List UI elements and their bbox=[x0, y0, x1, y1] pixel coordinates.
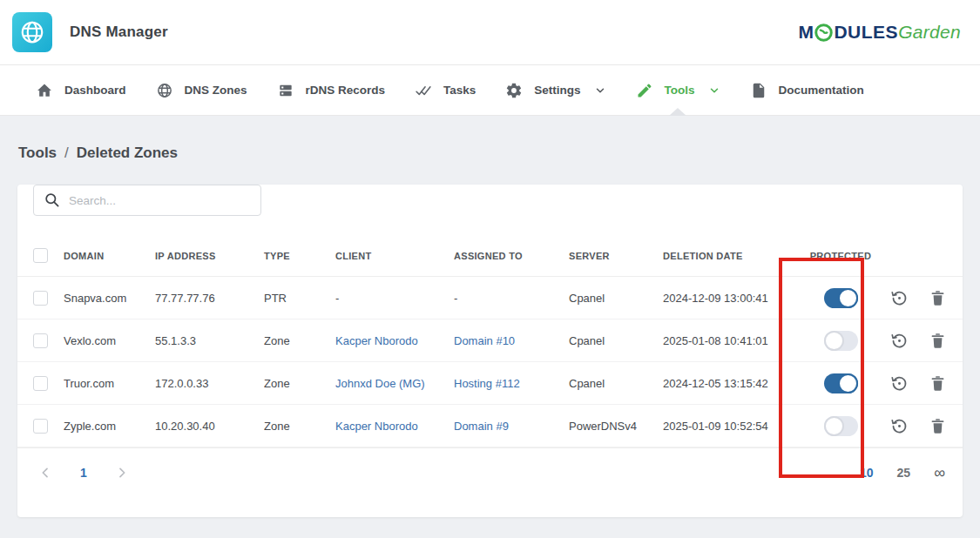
cell-deletion-date: 2025-01-08 10:41:01 bbox=[663, 334, 797, 347]
row-checkbox[interactable] bbox=[33, 291, 48, 306]
page-title: DNS Manager bbox=[70, 24, 168, 41]
cell-ip-address: 55.1.3.3 bbox=[155, 334, 264, 347]
table-row: Vexlo.com55.1.3.3ZoneKacper NborodoDomai… bbox=[17, 319, 963, 362]
cell-type: Zone bbox=[264, 420, 335, 433]
cell-type: Zone bbox=[264, 377, 335, 390]
next-page-button[interactable] bbox=[115, 466, 129, 480]
cell-server: Cpanel bbox=[569, 377, 663, 390]
cell-domain: Truor.com bbox=[64, 377, 155, 390]
cell-type: PTR bbox=[264, 292, 335, 305]
table-header-row: DOMAINIP ADDRESSTYPECLIENTASSIGNED TOSER… bbox=[17, 235, 963, 277]
delete-button[interactable] bbox=[929, 289, 947, 307]
cell-server: Cpanel bbox=[569, 334, 663, 347]
home-icon bbox=[36, 82, 53, 99]
delete-button[interactable] bbox=[929, 332, 947, 350]
row-checkbox[interactable] bbox=[33, 333, 48, 348]
nav-item-dns-zones[interactable]: DNS Zones bbox=[141, 65, 262, 115]
cell-deletion-date: 2024-12-09 13:00:41 bbox=[663, 292, 797, 305]
chevron-left-icon bbox=[38, 466, 52, 480]
tasks-icon bbox=[415, 82, 432, 99]
search-icon bbox=[44, 192, 60, 208]
cell-domain: Vexlo.com bbox=[64, 334, 155, 347]
cell-deletion-date: 2024-12-05 13:15:42 bbox=[663, 377, 797, 390]
column-header-server: SERVER bbox=[569, 251, 663, 261]
search-input[interactable] bbox=[33, 185, 261, 216]
column-header-type: TYPE bbox=[264, 251, 335, 261]
deleted-zones-card: DOMAINIP ADDRESSTYPECLIENTASSIGNED TOSER… bbox=[17, 185, 963, 517]
pagination: 1 10 25 ∞ bbox=[17, 447, 963, 496]
cell-assigned-to[interactable]: Domain #9 bbox=[454, 420, 569, 433]
breadcrumb-page: Deleted Zones bbox=[77, 145, 178, 161]
content-area: Tools/Deleted Zones DOMAINIP ADDRESSTYPE… bbox=[0, 116, 980, 517]
nav-item-settings[interactable]: Settings bbox=[490, 65, 620, 115]
page-size-all[interactable]: ∞ bbox=[934, 467, 945, 479]
globe-icon bbox=[19, 19, 45, 45]
column-header-client: CLIENT bbox=[335, 251, 454, 261]
previous-page-button[interactable] bbox=[38, 466, 52, 480]
nav-item-label: Dashboard bbox=[64, 84, 126, 97]
restore-button[interactable] bbox=[890, 332, 909, 350]
brand-text-m: M bbox=[798, 22, 814, 43]
nav-item-label: Tools bbox=[665, 84, 695, 97]
select-all-checkbox[interactable] bbox=[33, 248, 48, 263]
protected-toggle[interactable] bbox=[824, 331, 858, 351]
breadcrumb-separator: / bbox=[64, 145, 69, 161]
page-number[interactable]: 1 bbox=[80, 466, 87, 480]
cell-domain: Snapva.com bbox=[64, 292, 155, 305]
breadcrumb: Tools/Deleted Zones bbox=[17, 145, 963, 162]
cell-type: Zone bbox=[264, 334, 335, 347]
page-size-25[interactable]: 25 bbox=[897, 466, 911, 480]
cell-server: Cpanel bbox=[569, 292, 663, 305]
cell-assigned-to[interactable]: Domain #10 bbox=[454, 334, 569, 347]
nav-item-documentation[interactable]: Documentation bbox=[735, 65, 879, 115]
delete-button[interactable] bbox=[929, 374, 947, 393]
row-checkbox[interactable] bbox=[33, 419, 48, 434]
nav-item-dashboard[interactable]: Dashboard bbox=[21, 65, 141, 115]
dns-manager-page: DNS Manager M DULES Garden DashboardDNS … bbox=[0, 0, 980, 538]
cell-client[interactable]: Kacper Nborodo bbox=[335, 420, 454, 433]
records-icon bbox=[277, 82, 294, 99]
delete-button[interactable] bbox=[929, 417, 947, 435]
page-size-10[interactable]: 10 bbox=[860, 466, 874, 480]
brand-globe-icon bbox=[814, 24, 833, 42]
table-row: Truor.com172.0.0.33ZoneJohnxd Doe (MG)Ho… bbox=[17, 362, 963, 405]
chevron-down-icon bbox=[594, 84, 606, 97]
restore-button[interactable] bbox=[890, 417, 909, 435]
cell-ip-address: 77.77.77.76 bbox=[155, 292, 264, 305]
cell-client: - bbox=[335, 292, 454, 305]
nav-item-rdns-records[interactable]: rDNS Records bbox=[262, 65, 401, 115]
search-box bbox=[33, 185, 261, 216]
page-size-selector: 10 25 ∞ bbox=[860, 466, 945, 480]
nav-item-label: Tasks bbox=[443, 84, 476, 97]
cell-assigned-to[interactable]: Hosting #112 bbox=[454, 377, 569, 390]
modulesgarden-logo: M DULES Garden bbox=[798, 22, 961, 43]
protected-toggle[interactable] bbox=[824, 288, 858, 308]
chevron-right-icon bbox=[115, 466, 129, 480]
protected-toggle[interactable] bbox=[824, 373, 858, 393]
restore-button[interactable] bbox=[890, 289, 909, 307]
nav-item-label: Documentation bbox=[779, 84, 864, 97]
nav-item-label: DNS Zones bbox=[185, 84, 247, 97]
nav-item-tools[interactable]: Tools bbox=[621, 65, 735, 115]
cell-ip-address: 172.0.0.33 bbox=[155, 377, 264, 390]
app-header: DNS Manager M DULES Garden bbox=[0, 0, 980, 65]
row-checkbox[interactable] bbox=[33, 376, 48, 391]
nav-item-label: Settings bbox=[534, 84, 580, 97]
restore-button[interactable] bbox=[890, 374, 909, 393]
column-header-protected: PROTECTED bbox=[797, 251, 884, 261]
app-logo bbox=[12, 12, 52, 52]
main-nav: DashboardDNS ZonesrDNS RecordsTasksSetti… bbox=[0, 65, 980, 116]
gear-icon bbox=[505, 82, 523, 99]
nav-item-tasks[interactable]: Tasks bbox=[400, 65, 490, 115]
protected-toggle[interactable] bbox=[824, 416, 858, 436]
cell-client[interactable]: Kacper Nborodo bbox=[335, 334, 454, 347]
cell-domain: Zyple.com bbox=[64, 420, 155, 433]
breadcrumb-section[interactable]: Tools bbox=[18, 145, 57, 161]
globe-icon bbox=[156, 82, 173, 99]
chevron-down-icon bbox=[708, 84, 720, 97]
table-row: Snapva.com77.77.77.76PTR--Cpanel2024-12-… bbox=[17, 277, 963, 319]
cell-client[interactable]: Johnxd Doe (MG) bbox=[335, 377, 454, 390]
nav-item-label: rDNS Records bbox=[306, 84, 386, 97]
cell-server: PowerDNSv4 bbox=[569, 420, 663, 433]
column-header-deletion-date: DELETION DATE bbox=[663, 251, 797, 261]
